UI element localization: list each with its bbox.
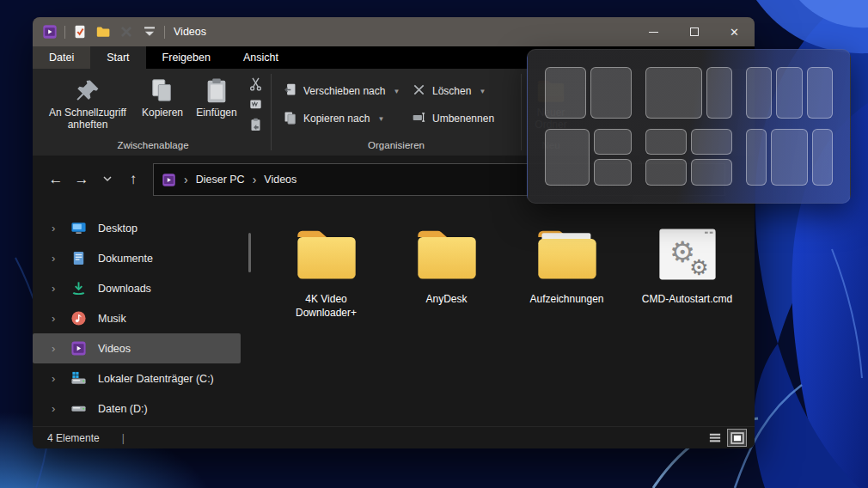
paste-shortcut-icon[interactable] — [246, 116, 265, 133]
recent-locations-button[interactable] — [95, 167, 120, 192]
chevron-down-icon: ▼ — [479, 88, 486, 95]
sidebar-scrollbar[interactable] — [248, 233, 251, 272]
sidebar-item-videos[interactable]: ›Videos — [33, 333, 241, 363]
window-title: Videos — [174, 26, 206, 38]
snap-zone[interactable] — [807, 67, 833, 119]
snap-zone[interactable] — [691, 129, 732, 156]
sidebar-item-label: Downloads — [98, 283, 151, 295]
snap-zone[interactable] — [645, 67, 702, 119]
close-button[interactable]: ✕ — [714, 17, 755, 46]
file-list: 4K Video Downloader+AnyDeskAufzeichnunge… — [259, 204, 755, 426]
breadcrumb-dieser-pc[interactable]: Dieser PC — [196, 174, 245, 186]
copy-icon — [149, 74, 176, 105]
chevron-right-icon[interactable]: › — [52, 372, 70, 385]
view-toggles — [706, 430, 746, 446]
videos-folder-icon[interactable] — [41, 23, 58, 40]
snap-zone[interactable] — [776, 67, 802, 119]
sidebar-item-desktop[interactable]: ›Desktop — [33, 213, 241, 243]
copy-button[interactable]: Kopieren — [136, 69, 189, 119]
rename-icon — [412, 110, 426, 127]
desktop-icon — [70, 220, 87, 236]
snap-zone[interactable] — [590, 67, 632, 119]
minimize-button[interactable] — [633, 17, 674, 46]
up-button[interactable]: ↑ — [120, 167, 146, 192]
copy-to-button[interactable]: Kopieren nach ▼ — [283, 110, 412, 127]
pin-to-quick-access-button[interactable]: An Schnellzugriff anheften — [40, 69, 136, 131]
rename-button[interactable]: Umbenennen — [412, 110, 513, 127]
cut-icon[interactable] — [246, 75, 265, 92]
snap-option-center-wide[interactable] — [746, 129, 833, 186]
folder-icon — [413, 226, 481, 283]
delete-button[interactable]: Löschen ▼ — [412, 82, 513, 100]
properties-icon[interactable] — [71, 23, 89, 40]
snap-option-left-stack[interactable] — [545, 129, 632, 186]
snap-zone[interactable] — [545, 129, 590, 186]
file-item-4k-video-downloader-[interactable]: 4K Video Downloader+ — [278, 226, 375, 320]
chevron-right-icon[interactable]: › — [52, 252, 70, 265]
file-item-label: AnyDesk — [425, 292, 467, 306]
new-folder-icon[interactable] — [95, 23, 112, 40]
up-icon: ↑ — [130, 171, 138, 188]
snap-layouts-flyout — [527, 49, 851, 204]
snap-zone[interactable] — [545, 67, 586, 119]
tab-freigeben[interactable]: Freigeben — [146, 46, 227, 69]
snap-zone[interactable] — [771, 129, 808, 186]
thumbnail-view-button[interactable] — [728, 430, 746, 446]
chevron-down-icon — [102, 171, 113, 188]
chevron-right-icon[interactable]: › — [52, 342, 70, 355]
paste-button[interactable]: Einfügen — [189, 69, 244, 119]
back-button[interactable]: ← — [43, 167, 69, 192]
ribbon-divider — [271, 74, 272, 150]
chevron-down-icon: ▼ — [393, 88, 400, 95]
file-item-anydesk[interactable]: AnyDesk — [398, 226, 495, 306]
paste-icon — [203, 74, 230, 105]
tab-start[interactable]: Start — [90, 46, 145, 69]
titlebar: Videos ✕ — [33, 17, 755, 46]
snap-zone[interactable] — [645, 159, 687, 186]
folder-icon — [292, 226, 361, 283]
sidebar-item-label: Lokaler Datenträger (C:) — [98, 373, 214, 385]
move-to-button[interactable]: Verschieben nach ▼ — [283, 82, 412, 100]
tab-datei[interactable]: Datei — [33, 46, 90, 69]
sidebar-item-dokumente[interactable]: ›Dokumente — [33, 243, 241, 273]
forward-icon: → — [75, 171, 89, 188]
copy-path-icon[interactable] — [246, 95, 265, 113]
snap-zone[interactable] — [746, 129, 767, 186]
svg-text:⚙: ⚙ — [689, 255, 709, 280]
snap-option-three-columns[interactable] — [746, 67, 833, 119]
music-icon — [70, 310, 87, 326]
snap-zone[interactable] — [691, 159, 732, 186]
sidebar-item-lokaler-datentr-ger-c-[interactable]: ›Lokaler Datenträger (C:) — [33, 363, 241, 393]
snap-zone[interactable] — [812, 129, 833, 186]
maximize-button[interactable] — [674, 17, 714, 46]
cmd-file-icon: ⚙⚙ — [653, 226, 722, 283]
sidebar-item-downloads[interactable]: ›Downloads — [33, 273, 241, 303]
videos-icon — [70, 340, 87, 357]
snap-option-quad[interactable] — [645, 129, 732, 186]
close-icon: ✕ — [730, 26, 739, 39]
customize-dropdown-icon[interactable] — [141, 23, 158, 40]
chevron-right-icon[interactable]: › — [52, 312, 70, 325]
forward-button[interactable]: → — [69, 167, 95, 192]
snap-zone[interactable] — [706, 67, 732, 119]
details-view-button[interactable] — [706, 430, 724, 446]
pin-icon — [74, 74, 101, 105]
chevron-right-icon[interactable]: › — [52, 222, 70, 235]
breadcrumb-videos[interactable]: Videos — [264, 174, 296, 186]
sidebar-item-daten-d-[interactable]: ›Daten (D:) — [33, 393, 241, 424]
file-item-cmd-autostart-cmd[interactable]: ⚙⚙CMD-Autostart.cmd — [639, 226, 736, 306]
snap-zone[interactable] — [645, 129, 687, 156]
system-drive-icon — [70, 370, 87, 387]
chevron-right-icon[interactable]: › — [52, 402, 70, 415]
sidebar-item-musik[interactable]: ›Musik — [33, 303, 241, 333]
chevron-right-icon[interactable]: › — [52, 282, 70, 295]
snap-zone[interactable] — [594, 159, 632, 186]
snap-option-wide-left[interactable] — [645, 67, 732, 119]
sidebar-item-label: Dokumente — [98, 253, 153, 265]
tab-ansicht[interactable]: Ansicht — [227, 46, 295, 69]
snap-zone[interactable] — [594, 129, 632, 156]
snap-option-two-columns[interactable] — [545, 67, 632, 119]
snap-zone[interactable] — [746, 67, 772, 119]
documents-icon — [70, 250, 87, 266]
file-item-aufzeichnungen[interactable]: Aufzeichnungen — [518, 226, 615, 306]
